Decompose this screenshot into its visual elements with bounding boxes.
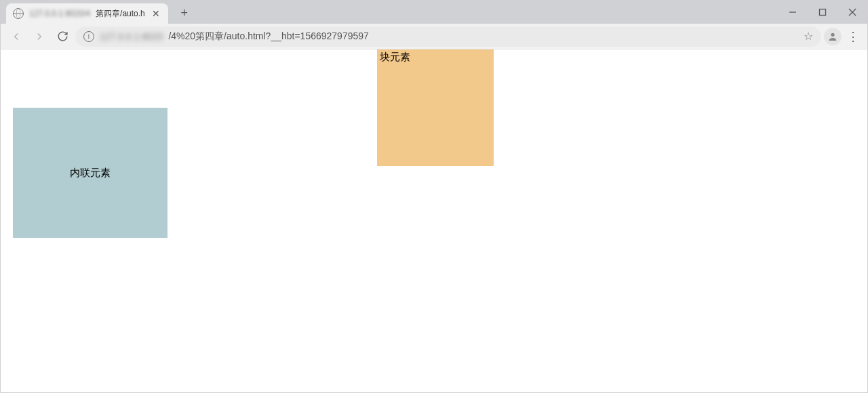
block-element-box: 块元素: [377, 49, 494, 166]
bookmark-star-icon[interactable]: ☆: [804, 30, 813, 43]
site-info-icon[interactable]: i: [83, 31, 94, 42]
svg-rect-1: [820, 9, 826, 16]
inline-element-label: 内联元素: [70, 167, 111, 180]
url-host-blurred: 127.0.0.1:8020: [100, 31, 163, 42]
new-tab-button[interactable]: +: [175, 3, 194, 22]
page-viewport: 块元素 内联元素: [1, 49, 867, 392]
minimize-button[interactable]: [778, 1, 808, 24]
window-controls: [778, 1, 867, 24]
browser-toolbar: i 127.0.0.1:8020 /4%20第四章/auto.html?__hb…: [1, 24, 867, 49]
svg-point-4: [831, 33, 834, 36]
browser-tab-strip: 127.0.0.1:8020/4 第四章/auto.h ✕ +: [1, 1, 867, 24]
back-button[interactable]: [6, 26, 26, 47]
browser-tab[interactable]: 127.0.0.1:8020/4 第四章/auto.h ✕: [6, 3, 168, 24]
reload-button[interactable]: [52, 26, 73, 47]
profile-avatar[interactable]: [824, 28, 842, 45]
block-element-label: 块元素: [380, 51, 410, 62]
maximize-button[interactable]: [808, 1, 837, 24]
forward-button[interactable]: [29, 26, 50, 47]
close-tab-icon[interactable]: ✕: [151, 7, 161, 20]
inline-element-box: 内联元素: [13, 108, 167, 238]
close-window-button[interactable]: [837, 1, 867, 24]
tab-title: 第四章/auto.h: [96, 8, 145, 20]
tab-title-blurred: 127.0.0.1:8020/4: [29, 9, 90, 18]
url-path: /4%20第四章/auto.html?__hbt=1566927979597: [168, 30, 368, 43]
address-bar[interactable]: i 127.0.0.1:8020 /4%20第四章/auto.html?__hb…: [75, 26, 821, 47]
globe-icon: [13, 8, 24, 19]
browser-menu-button[interactable]: ⋮: [844, 26, 862, 47]
